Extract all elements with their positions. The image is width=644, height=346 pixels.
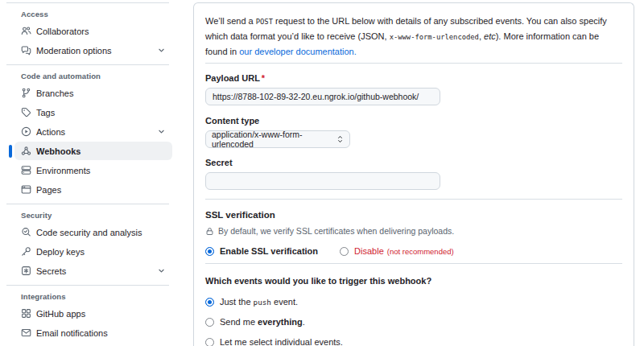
sidebar-item-code-security[interactable]: Code security and analysis	[14, 223, 172, 241]
tag-icon	[21, 107, 31, 117]
sidebar-item-label: Webhooks	[36, 146, 80, 156]
ssl-verification-heading: SSL verification	[205, 209, 622, 221]
divider	[6, 64, 169, 65]
settings-sidebar: Access Collaborators Moderation options …	[0, 0, 175, 346]
sidebar-item-label: Actions	[36, 127, 65, 137]
enable-ssl-label: Enable SSL verification	[220, 246, 318, 256]
sidebar-item-collaborators[interactable]: Collaborators	[14, 22, 172, 40]
people-icon	[21, 26, 31, 36]
event-option-everything[interactable]: Send me everything.	[205, 317, 622, 327]
apps-icon	[21, 308, 31, 319]
sidebar-item-label: Pages	[36, 185, 61, 195]
play-icon	[21, 126, 31, 137]
content-type-selected-value: application/x-www-form-urlencoded	[212, 130, 336, 149]
sidebar-item-label: Collaborators	[36, 27, 89, 36]
required-asterisk: *	[262, 73, 265, 83]
divider	[6, 2, 169, 3]
push-code: push	[254, 298, 271, 307]
sidebar-item-environments[interactable]: Environments	[14, 161, 172, 179]
webhook-icon	[21, 146, 31, 156]
urlencoded-code: x-www-form-urlencoded	[390, 33, 479, 41]
key-asterisk-icon	[21, 266, 31, 276]
event-option-just-push[interactable]: Just the push event.	[205, 297, 622, 307]
content-type-select[interactable]: application/x-www-form-urlencoded	[205, 130, 350, 148]
payload-url-input[interactable]	[205, 88, 440, 105]
payload-url-label: Payload URL*	[205, 73, 622, 84]
sidebar-item-webhooks[interactable]: Webhooks	[14, 142, 172, 160]
up-down-caret-icon	[336, 134, 344, 144]
divider	[6, 204, 169, 204]
sidebar-item-label: GitHub apps	[36, 309, 85, 319]
sidebar-item-deploy-keys[interactable]: Deploy keys	[14, 242, 172, 261]
sidebar-item-label: Deploy keys	[36, 247, 85, 257]
sidebar-item-branches[interactable]: Branches	[14, 84, 172, 102]
sidebar-item-email-notifications[interactable]: Email notifications	[14, 323, 172, 342]
webhook-settings-panel: We’ll send a POST request to the URL bel…	[193, 2, 634, 346]
chevron-down-icon	[157, 46, 166, 55]
secret-input[interactable]	[205, 172, 440, 190]
enable-ssl-radio-option[interactable]: Enable SSL verification	[205, 246, 318, 256]
sidebar-section-security: Security	[21, 211, 169, 220]
divider	[205, 263, 622, 264]
divider	[6, 285, 169, 286]
event-option-individual[interactable]: Let me select individual events.	[205, 337, 622, 346]
sidebar-section-integrations: Integrations	[21, 292, 169, 301]
mail-icon	[21, 327, 31, 338]
chevron-down-icon	[157, 266, 166, 275]
radio-button-unchecked[interactable]	[205, 338, 214, 346]
radio-button-unchecked[interactable]	[340, 247, 349, 256]
developer-documentation-link[interactable]: our developer documentation.	[239, 47, 357, 56]
event-option-label: Let me select individual events.	[220, 337, 343, 346]
browser-icon	[21, 184, 31, 195]
comment-discussion-icon	[21, 45, 31, 56]
sidebar-item-label: Code security and analysis	[36, 228, 142, 237]
lock-icon	[205, 227, 214, 236]
git-branch-icon	[21, 88, 31, 98]
event-option-label: Send me everything.	[220, 317, 305, 327]
disable-ssl-note: (not recommended)	[387, 247, 454, 256]
secret-label: Secret	[205, 158, 622, 168]
sidebar-item-label: Secrets	[36, 266, 66, 276]
webhook-intro-text: We’ll send a POST request to the URL bel…	[205, 14, 622, 59]
sidebar-item-secrets[interactable]: Secrets	[14, 262, 172, 280]
ssl-radio-group: Enable SSL verification Disable (not rec…	[205, 246, 622, 256]
codescan-icon	[21, 227, 31, 237]
sidebar-item-moderation-options[interactable]: Moderation options	[14, 41, 172, 60]
disable-ssl-radio-option[interactable]: Disable (not recommended)	[340, 246, 454, 256]
post-code: POST	[256, 18, 273, 26]
sidebar-item-tags[interactable]: Tags	[14, 103, 172, 122]
radio-button-checked[interactable]	[205, 298, 214, 307]
content-type-label: Content type	[205, 116, 622, 126]
sidebar-item-actions[interactable]: Actions	[14, 122, 172, 141]
radio-button-checked[interactable]	[205, 247, 214, 256]
disable-ssl-label: Disable	[354, 246, 384, 256]
ssl-verification-note: By default, we verify SSL certificates w…	[205, 226, 622, 236]
sidebar-section-access: Access	[21, 10, 169, 19]
radio-button-unchecked[interactable]	[205, 318, 214, 327]
key-icon	[21, 246, 31, 257]
rows-icon	[21, 165, 31, 175]
sidebar-item-github-apps[interactable]: GitHub apps	[14, 304, 172, 323]
sidebar-item-label: Email notifications	[36, 328, 108, 338]
sidebar-item-pages[interactable]: Pages	[14, 180, 172, 199]
sidebar-item-label: Environments	[36, 166, 90, 175]
events-heading: Which events would you like to trigger t…	[205, 275, 622, 286]
intro-text: We’ll send a	[205, 16, 256, 26]
chevron-down-icon	[157, 127, 166, 136]
etc-text: etc	[484, 31, 496, 41]
event-option-label: Just the push event.	[220, 297, 298, 307]
sidebar-item-label: Branches	[36, 89, 73, 98]
sidebar-item-label: Moderation options	[36, 46, 112, 56]
divider	[205, 63, 622, 64]
divider	[205, 199, 622, 200]
sidebar-item-label: Tags	[36, 108, 55, 117]
sidebar-section-code-and-automation: Code and automation	[21, 72, 169, 80]
